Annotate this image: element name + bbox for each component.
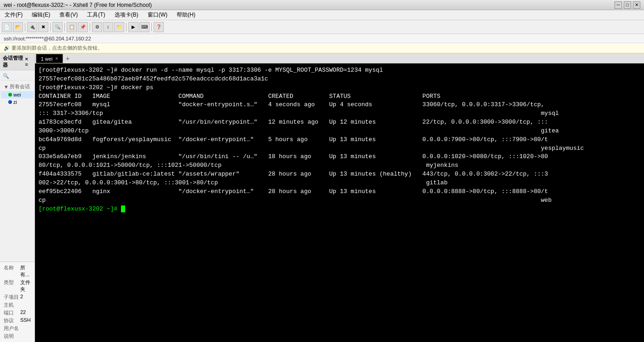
chat-hint-bar: 🔊 要添加到群会话，点击左侧的箭头按钮。	[0, 43, 644, 53]
search-icon: 🔍	[3, 73, 9, 79]
toolbar-open[interactable]: 📂	[13, 22, 23, 32]
ssh-address: ssh://root:*********@60.204.147.160:22	[4, 36, 91, 41]
toolbar-settings[interactable]: ⚙	[92, 22, 102, 32]
sidebar-close-btn[interactable]: × ≡	[25, 56, 32, 67]
prop-row-port: 端口 22	[4, 309, 31, 317]
menu-tools[interactable]: 工具(T)	[84, 10, 108, 20]
menu-bar: 文件(F) 编辑(E) 查看(V) 工具(T) 选项卡(B) 窗口(W) 帮助(…	[0, 10, 644, 20]
toolbar-transfer[interactable]: ↕	[103, 22, 113, 32]
toolbar-sep-2	[50, 23, 51, 31]
toolbar-new[interactable]: 📄	[2, 22, 12, 32]
tab-add-button[interactable]: +	[63, 54, 72, 63]
sidebar-item-wei[interactable]: wei	[1, 91, 34, 98]
sidebar-header: 会话管理器 × ≡	[0, 53, 34, 70]
toolbar: 📄 📂 🔌 ✖ 🔍 📋 📌 ⚙ ↕ 📁 ▶ ⌨ ❓	[0, 20, 644, 34]
terminal-output[interactable]: [root@flexusx-3202 ~]# docker run -d --n…	[35, 63, 644, 342]
prop-row-protocol: 协议 SSH	[4, 317, 31, 325]
tab-close-wei[interactable]: ×	[55, 56, 58, 61]
prop-row-type: 类型 文件夹	[4, 279, 31, 293]
status-dot-zi	[8, 100, 12, 104]
tab-wei[interactable]: 1 wei ×	[36, 54, 63, 63]
close-button[interactable]: ✕	[633, 1, 640, 9]
chat-hint-text: 🔊 要添加到群会话，点击左侧的箭头按钮。	[4, 45, 103, 51]
toolbar-sep-3	[64, 23, 65, 31]
sidebar-group-label: ▼ 所有会话	[1, 82, 34, 91]
toolbar-search[interactable]: 🔍	[52, 22, 63, 32]
sidebar: 会话管理器 × ≡ 🔍 ▼ 所有会话 wei zi 名称	[0, 53, 35, 342]
toolbar-copy[interactable]: 📋	[67, 22, 77, 32]
triangle-icon: ▼	[4, 84, 9, 90]
toolbar-help[interactable]: ❓	[154, 22, 164, 32]
menu-edit[interactable]: 编辑(E)	[29, 10, 53, 20]
toolbar-script[interactable]: ▶	[128, 22, 138, 32]
window-controls: ─ □ ✕	[615, 1, 640, 9]
menu-tabs[interactable]: 选项卡(B)	[112, 10, 141, 20]
prop-row-subitems: 子项目 2	[4, 293, 31, 301]
tab-label-wei: 1 wei	[41, 56, 53, 62]
window-title: wei - root@flexusx-3202:~ - Xshell 7 (Fr…	[4, 2, 152, 8]
terminal-area: 1 wei × + ◀ ▶ [root@flexusx-3202 ~]# doc…	[35, 53, 644, 342]
sidebar-title: 会话管理器	[3, 55, 25, 68]
toolbar-disconnect[interactable]: ✖	[38, 22, 48, 32]
toolbar-paste[interactable]: 📌	[78, 22, 88, 32]
minimize-button[interactable]: ─	[615, 1, 622, 9]
toolbar-sep-5	[126, 23, 126, 31]
menu-help[interactable]: 帮助(H)	[174, 10, 198, 20]
ssh-bar: ssh://root:*********@60.204.147.160:22	[0, 34, 644, 43]
prop-row-name: 名称 所有...	[4, 264, 31, 279]
menu-file[interactable]: 文件(F)	[2, 10, 25, 20]
toolbar-macro[interactable]: ⌨	[139, 22, 150, 32]
prop-row-username: 用户名	[4, 325, 31, 332]
properties-panel: 名称 所有... 类型 文件夹 子项目 2 主机 端口 22 协议 SSH	[0, 262, 34, 342]
sidebar-item-zi[interactable]: zi	[1, 98, 34, 106]
toolbar-sftp[interactable]: 📁	[114, 22, 124, 32]
title-bar: wei - root@flexusx-3202:~ - Xshell 7 (Fr…	[0, 0, 644, 10]
maximize-button[interactable]: □	[624, 1, 631, 9]
sidebar-section: 🔍 ▼ 所有会话 wei zi	[0, 70, 34, 108]
menu-window[interactable]: 窗口(W)	[145, 10, 170, 20]
status-dot-wei	[8, 93, 12, 97]
toolbar-sep-1	[25, 23, 25, 31]
tab-bar: 1 wei × + ◀ ▶	[35, 53, 644, 63]
prop-row-host: 主机	[4, 301, 31, 309]
toolbar-connect[interactable]: 🔌	[27, 22, 37, 32]
prop-row-desc: 说明	[4, 332, 31, 340]
menu-view[interactable]: 查看(V)	[57, 10, 80, 20]
toolbar-sep-6	[151, 23, 152, 31]
main-layout: 会话管理器 × ≡ 🔍 ▼ 所有会话 wei zi 名称	[0, 53, 644, 342]
toolbar-sep-4	[90, 23, 90, 31]
